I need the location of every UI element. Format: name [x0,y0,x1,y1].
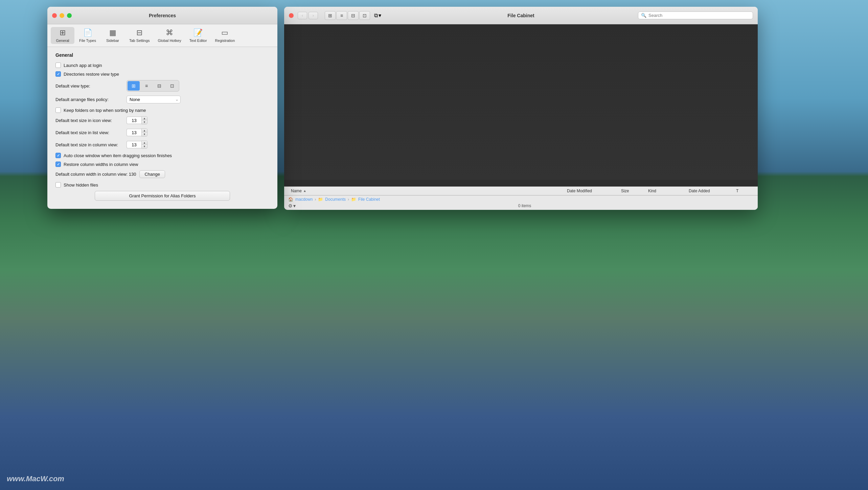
toolbar-item-sidebar[interactable]: ▦ Sidebar [101,27,124,44]
toolbar-label-file-types: File Types [79,39,96,43]
default-view-type-row: Default view type: ⊞ ≡ ⊟ ⊡ [55,80,269,92]
change-button[interactable]: Change [139,170,165,178]
fc-bottom-bar: 🏠 macdown › 📁 Documents › 📁 File Cabinet… [284,195,758,210]
global-hotkey-icon: ⌘ [166,28,173,37]
breadcrumb-documents: Documents [325,197,346,202]
text-size-icon-down[interactable]: ▼ [142,120,147,124]
file-types-icon: 📄 [83,28,92,37]
view-btn-icon[interactable]: ⊞ [128,81,140,91]
arrange-dropdown[interactable]: None Name Date Modified Date Created Siz… [127,96,181,103]
toolbar-item-tab-settings[interactable]: ⊟ Tab Settings [126,27,153,44]
directories-restore-row: Directories restore view type [55,71,269,77]
show-hidden-files-row: Show hidden files [55,182,269,188]
column-width-label: Default column width in column view: 130 [55,172,136,177]
auto-close-checkbox[interactable] [55,153,61,158]
home-folder-icon: 🏠 [288,197,293,202]
column-width-value: 130 [129,172,136,177]
breadcrumb-sep1: › [315,197,316,202]
fc-columns-header: Name ▲ Date Modified Size Kind Date Adde… [284,187,758,195]
registration-icon: ▭ [221,28,228,37]
fc-window-controls [289,13,294,18]
directories-restore-checkbox[interactable] [55,71,61,77]
auto-close-row: Auto close window when item dragging ses… [55,153,269,158]
text-size-icon-input[interactable] [127,117,141,124]
show-hidden-files-label: Show hidden files [64,182,98,188]
col-header-date-modified: Date Modified [564,189,618,193]
keep-folders-top-label: Keep folders on top when sorting by name [64,108,146,113]
text-size-column-input[interactable] [127,141,141,148]
layers-chevron: ▾ [379,12,381,19]
sort-arrow-icon: ▲ [303,189,306,193]
grant-permission-button[interactable]: Grant Permission for Alias Folders [95,191,230,201]
launch-at-login-row: Launch app at login [55,63,269,68]
col-header-tag: T [733,189,754,193]
text-size-icon-up[interactable]: ▲ [142,117,147,120]
fc-icon-view-btn[interactable]: ⊞ [325,11,336,20]
toolbar-label-general: General [56,39,69,43]
fc-nav-buttons: ‹ › [298,12,318,19]
toolbar-item-global-hotkey[interactable]: ⌘ Global Hotkey [155,27,185,44]
show-hidden-files-checkbox[interactable] [55,182,61,188]
view-btn-column[interactable]: ⊟ [153,81,165,91]
fc-gallery-view-btn[interactable]: ⊡ [359,11,370,20]
toolbar-label-global-hotkey: Global Hotkey [158,39,181,43]
search-icon: 🔍 [641,13,646,18]
filecabinet-titlebar: ‹ › ⊞ ≡ ⊟ ⊡ ⧉ ▾ File Cabinet 🔍 [284,7,758,24]
toolbar-label-text-editor: Text Editor [189,39,207,43]
toolbar-item-file-types[interactable]: 📄 File Types [76,27,99,44]
view-type-group: ⊞ ≡ ⊟ ⊡ [127,80,179,92]
text-size-column-down[interactable]: ▼ [142,145,147,148]
text-size-icon-stepper: ▲ ▼ [127,116,147,124]
restore-column-widths-label: Restore column widths in column view [64,162,138,167]
text-editor-icon: 📝 [193,28,203,37]
fc-close-button[interactable] [289,13,294,18]
text-size-list-buttons: ▲ ▼ [141,128,147,137]
restore-column-widths-checkbox[interactable] [55,162,61,167]
column-width-row: Default column width in column view: 130… [55,170,269,178]
fc-layers-button[interactable]: ⧉ ▾ [374,12,381,19]
toolbar-item-text-editor[interactable]: 📝 Text Editor [186,27,210,44]
toolbar-item-general[interactable]: ⊞ General [51,27,74,44]
minimize-button[interactable] [60,13,64,18]
text-size-icon-row: Default text size in icon view: ▲ ▼ [55,116,269,124]
toolbar-label-registration: Registration [215,39,235,43]
close-button[interactable] [52,13,57,18]
col-header-date-added: Date Added [686,189,733,193]
view-btn-gallery[interactable]: ⊡ [166,81,178,91]
keep-folders-top-row: Keep folders on top when sorting by name [55,107,269,113]
preferences-content: General Launch app at login Directories … [47,47,277,209]
toolbar-item-registration[interactable]: ▭ Registration [212,27,238,44]
text-size-column-buttons: ▲ ▼ [141,141,147,149]
fc-column-view-btn[interactable]: ⊟ [348,11,359,20]
text-size-list-label: Default text size in list view: [55,130,123,135]
keep-folders-top-checkbox[interactable] [55,107,61,113]
toolbar-label-sidebar: Sidebar [106,39,119,43]
text-size-column-up[interactable]: ▲ [142,141,147,145]
default-arrange-row: Default arrange files policy: None Name … [55,96,269,103]
section-title: General [55,52,269,58]
fc-status-bar: ⚙ ▾ 0 items [288,203,754,209]
text-size-list-down[interactable]: ▼ [142,132,147,136]
restore-column-widths-row: Restore column widths in column view [55,162,269,167]
default-arrange-label: Default arrange files policy: [55,97,123,102]
maximize-button[interactable] [67,13,72,18]
text-size-list-input[interactable] [127,129,141,136]
launch-at-login-checkbox[interactable] [55,63,61,68]
text-size-list-up[interactable]: ▲ [142,129,147,132]
breadcrumb-home: macdown [295,197,313,202]
arrange-dropdown-wrapper: None Name Date Modified Date Created Siz… [127,96,181,103]
breadcrumb-sep2: › [348,197,349,202]
fc-list-view-btn[interactable]: ≡ [336,11,347,20]
breadcrumb-current: File Cabinet [358,197,380,202]
default-view-type-label: Default view type: [55,83,123,89]
text-size-list-row: Default text size in list view: ▲ ▼ [55,128,269,137]
fc-back-button[interactable]: ‹ [298,12,307,19]
window-controls [52,13,72,18]
fc-content-area [284,24,758,187]
preferences-window: Preferences ⊞ General 📄 File Types ▦ Sid… [47,7,277,209]
search-input[interactable] [648,13,750,18]
fc-forward-button[interactable]: › [309,12,318,19]
view-btn-list[interactable]: ≡ [140,81,153,91]
fc-gear-button[interactable]: ⚙ ▾ [288,203,296,209]
preferences-titlebar: Preferences [47,7,277,24]
